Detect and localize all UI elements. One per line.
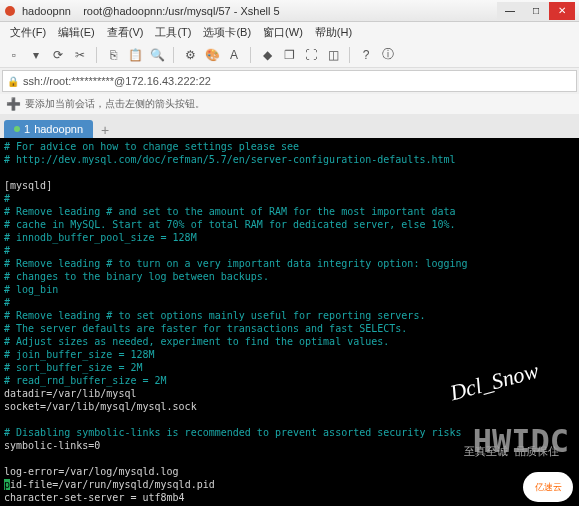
paste-icon[interactable]: 📋 <box>127 47 143 63</box>
font-icon[interactable]: A <box>226 47 242 63</box>
transparent-icon[interactable]: ◫ <box>325 47 341 63</box>
fullscreen-icon[interactable]: ⛶ <box>303 47 319 63</box>
menu-window[interactable]: 窗口(W) <box>257 25 309 40</box>
terminal[interactable]: # For advice on how to change settings p… <box>0 138 579 506</box>
cloud-logo: 亿速云 <box>523 472 573 502</box>
toolbar: ▫ ▾ ⟳ ✂ ⎘ 📋 🔍 ⚙ 🎨 A ◆ ❐ ⛶ ◫ ? ⓘ <box>0 42 579 68</box>
tabbar: 1 hadoopnn + <box>0 114 579 138</box>
menubar: 文件(F) 编辑(E) 查看(V) 工具(T) 选项卡(B) 窗口(W) 帮助(… <box>0 22 579 42</box>
add-tab-button[interactable]: + <box>97 122 113 138</box>
help-icon[interactable]: ? <box>358 47 374 63</box>
svg-point-0 <box>5 6 15 16</box>
menu-tools[interactable]: 工具(T) <box>149 25 197 40</box>
reconnect-icon[interactable]: ⟳ <box>50 47 66 63</box>
addressbar[interactable]: 🔒 ssh://root:**********@172.16.43.222:22 <box>2 70 577 92</box>
titlebar: hadoopnn root@hadoopnn:/usr/mysql/57 - X… <box>0 0 579 22</box>
disconnect-icon[interactable]: ✂ <box>72 47 88 63</box>
window-title: hadoopnn root@hadoopnn:/usr/mysql/57 - X… <box>22 5 497 17</box>
maximize-button[interactable]: □ <box>523 2 549 20</box>
find-icon[interactable]: 🔍 <box>149 47 165 63</box>
session-tab[interactable]: 1 hadoopnn <box>4 120 93 138</box>
hint-text: 要添加当前会话，点击左侧的箭头按钮。 <box>25 97 205 111</box>
window-controls: — □ ✕ <box>497 2 575 20</box>
hint-row: ➕ 要添加当前会话，点击左侧的箭头按钮。 <box>0 94 579 114</box>
app-icon <box>4 4 18 18</box>
menu-tab[interactable]: 选项卡(B) <box>197 25 257 40</box>
add-session-icon[interactable]: ➕ <box>6 97 21 111</box>
copy-icon[interactable]: ⎘ <box>105 47 121 63</box>
watermark-brand: HWIDC <box>473 435 569 448</box>
minimize-button[interactable]: — <box>497 2 523 20</box>
about-icon[interactable]: ⓘ <box>380 47 396 63</box>
menu-file[interactable]: 文件(F) <box>4 25 52 40</box>
lock-icon: 🔒 <box>7 76 19 87</box>
tool1-icon[interactable]: ◆ <box>259 47 275 63</box>
color-icon[interactable]: 🎨 <box>204 47 220 63</box>
close-button[interactable]: ✕ <box>549 2 575 20</box>
open-icon[interactable]: ▾ <box>28 47 44 63</box>
status-dot-icon <box>14 126 20 132</box>
address-text: ssh://root:**********@172.16.43.222:22 <box>23 75 211 87</box>
tool2-icon[interactable]: ❐ <box>281 47 297 63</box>
menu-view[interactable]: 查看(V) <box>101 25 150 40</box>
menu-help[interactable]: 帮助(H) <box>309 25 358 40</box>
watermark-slogan: 至真至诚 品质保住 <box>464 445 559 458</box>
menu-edit[interactable]: 编辑(E) <box>52 25 101 40</box>
new-session-icon[interactable]: ▫ <box>6 47 22 63</box>
props-icon[interactable]: ⚙ <box>182 47 198 63</box>
watermark-signature: Dcl_Snow <box>448 364 539 400</box>
